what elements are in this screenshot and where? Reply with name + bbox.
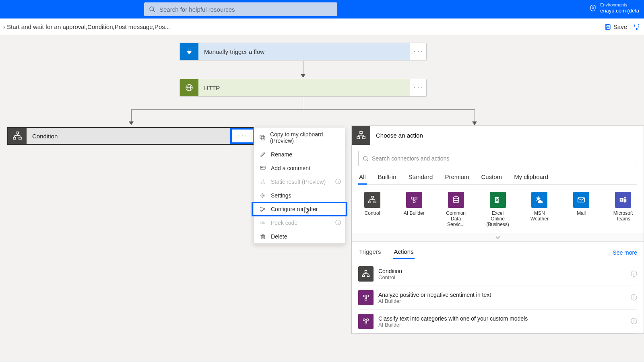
trigger-card[interactable]: Manually trigger a flow · · ·	[180, 43, 427, 60]
info-icon[interactable]: ⓘ	[631, 317, 637, 326]
svg-point-78	[365, 322, 367, 324]
save-icon	[605, 24, 611, 30]
svg-rect-66	[363, 275, 365, 277]
actions-list: ConditionControl ⓘ Analyze positive or n…	[352, 259, 644, 333]
global-search-input[interactable]: Search for helpful resources	[144, 2, 337, 16]
panel-title: Choose an action	[370, 126, 644, 145]
action-row-condition[interactable]: ConditionControl ⓘ	[358, 262, 637, 286]
connector-ai-builder[interactable]: AI Builder	[401, 192, 427, 227]
tab-standard[interactable]: Standard	[408, 171, 434, 184]
menu-delete[interactable]: Delete	[254, 230, 345, 243]
eye-icon	[259, 220, 267, 226]
comment-icon	[259, 165, 267, 171]
expand-connectors-button[interactable]	[352, 233, 644, 242]
svg-line-73	[365, 297, 366, 298]
condition-title: Condition	[27, 128, 230, 144]
toolbar: › Start and wait for an approval,Conditi…	[0, 19, 644, 35]
tab-built-in[interactable]: Built-in	[377, 171, 397, 184]
subtab-triggers[interactable]: Triggers	[358, 246, 382, 259]
chevron-down-icon	[495, 235, 501, 239]
connector-excel[interactable]: Excel Online (Business)	[485, 192, 511, 227]
connector-msn-weather[interactable]: MSN Weather	[526, 192, 553, 227]
svg-point-2	[592, 7, 594, 8]
connector-cds[interactable]: Common Data Servic...	[443, 192, 469, 227]
info-icon[interactable]: ⓘ	[335, 178, 341, 185]
svg-point-53	[413, 201, 415, 203]
menu-settings[interactable]: Settings	[254, 189, 345, 202]
svg-line-54	[413, 199, 414, 201]
svg-point-26	[261, 207, 262, 208]
menu-static-result: Static result (Preview) ⓘ	[254, 175, 345, 189]
svg-point-6	[636, 28, 638, 29]
info-icon[interactable]: ⓘ	[335, 219, 341, 226]
svg-point-25	[262, 195, 264, 196]
svg-point-0	[150, 7, 154, 11]
environment-picker[interactable]: Environments enayu.com (defa	[589, 2, 639, 14]
connector-grid: Control AI Builder Common Data Servic...…	[358, 185, 637, 233]
flow-checker-icon[interactable]	[633, 23, 641, 31]
svg-rect-40	[357, 137, 359, 139]
svg-point-72	[365, 298, 367, 300]
svg-rect-4	[607, 25, 609, 26]
menu-configure-run-after[interactable]: Configure run after	[252, 202, 347, 216]
trigger-title: Manually trigger a flow	[198, 43, 410, 60]
trash-icon	[259, 234, 267, 239]
environment-icon	[589, 4, 597, 12]
pencil-icon	[259, 152, 267, 157]
category-tabs: All Built-in Standard Premium Custom My …	[358, 171, 637, 185]
branch-icon	[259, 206, 267, 212]
svg-line-80	[366, 321, 367, 322]
svg-point-29	[262, 222, 264, 224]
copy-icon	[259, 135, 266, 140]
svg-rect-44	[371, 196, 374, 198]
flow-canvas[interactable]: Manually trigger a flow · · · HTTP · · ·…	[0, 35, 644, 362]
svg-point-24	[264, 167, 264, 168]
info-icon[interactable]: ⓘ	[631, 294, 637, 302]
svg-line-79	[365, 321, 366, 322]
connector-teams[interactable]: TMicrosoft Teams	[610, 192, 636, 227]
see-more-link[interactable]: See more	[613, 249, 637, 256]
arrow-down-icon	[299, 61, 307, 78]
svg-line-43	[367, 160, 368, 161]
svg-rect-47	[369, 201, 371, 203]
save-button[interactable]: Save	[605, 23, 627, 30]
tab-my-clipboard[interactable]: My clipboard	[513, 171, 549, 184]
svg-rect-5	[606, 27, 609, 29]
svg-line-74	[366, 297, 367, 298]
condition-ellipsis-button[interactable]: · · ·	[230, 128, 254, 144]
svg-rect-20	[261, 136, 265, 140]
http-ellipsis-button[interactable]: · · ·	[410, 79, 426, 96]
menu-copy[interactable]: Copy to my clipboard (Preview)	[254, 128, 345, 148]
svg-line-55	[415, 199, 415, 201]
connector-search-input[interactable]: Search connectors and actions	[358, 151, 637, 166]
search-icon	[149, 6, 155, 12]
http-card[interactable]: HTTP · · ·	[180, 79, 427, 97]
svg-rect-41	[363, 137, 365, 139]
menu-rename[interactable]: Rename	[254, 148, 345, 161]
trigger-ellipsis-button[interactable]: · · ·	[410, 43, 426, 60]
svg-rect-48	[374, 201, 376, 203]
condition-card[interactable]: Condition · · ·	[7, 127, 255, 145]
svg-rect-19	[260, 135, 264, 139]
svg-point-23	[262, 167, 263, 168]
connector-mail[interactable]: Mail	[568, 192, 594, 227]
app-header: Search for helpful resources Environment…	[0, 0, 644, 19]
tab-premium[interactable]: Premium	[444, 171, 470, 184]
env-label: Environments	[600, 2, 639, 8]
menu-add-comment[interactable]: Add a comment	[254, 161, 345, 175]
chevron-right-icon: ›	[3, 23, 5, 30]
svg-point-62	[624, 197, 626, 199]
svg-rect-12	[16, 132, 19, 134]
connector-control[interactable]: Control	[359, 192, 386, 227]
action-row-analyze-sentiment[interactable]: Analyze positive or negative sentiment i…	[358, 286, 637, 310]
tab-custom[interactable]: Custom	[480, 171, 503, 184]
trigger-icon	[180, 43, 198, 60]
info-icon[interactable]: ⓘ	[631, 270, 637, 278]
action-row-classify-text[interactable]: Classify text into categories with one o…	[358, 310, 637, 333]
subtab-actions[interactable]: Actions	[393, 246, 414, 259]
tab-all[interactable]: All	[358, 171, 367, 184]
svg-point-57	[453, 197, 458, 199]
svg-text:T: T	[621, 198, 623, 202]
breadcrumb[interactable]: › Start and wait for an approval,Conditi…	[3, 23, 170, 30]
panel-header: Choose an action	[352, 126, 644, 145]
